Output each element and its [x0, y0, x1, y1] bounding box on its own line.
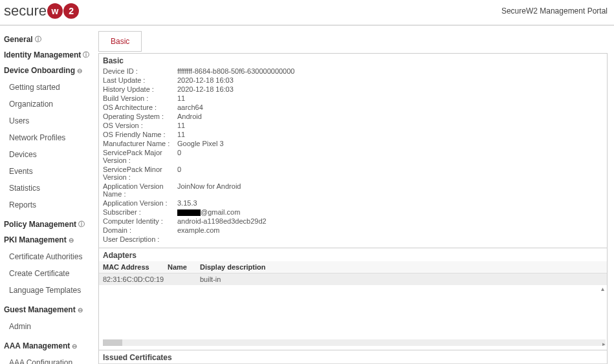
manu-value: Google Pixel 3 — [177, 140, 603, 147]
history-update-label: History Update : — [103, 85, 177, 93]
nav-aaa[interactable]: AAA Management⊖ — [4, 341, 93, 350]
nav-guest[interactable]: Guest Management⊖ — [4, 305, 93, 314]
osfriendly-label: OS Friendly Name : — [103, 131, 177, 138]
nav-guest-label: Guest Management — [4, 305, 76, 314]
info-icon: ⓘ — [83, 50, 89, 59]
last-update-value: 2020-12-18 16:03 — [177, 76, 603, 84]
logo: secure w 2 — [4, 3, 79, 19]
adapters-scroll-area: ▴ ▸ — [99, 285, 607, 347]
spmaj-value: 0 — [177, 149, 603, 164]
nav-aaa-config[interactable]: AAA Configuration — [4, 354, 93, 364]
compid-label: Computer Identity : — [103, 217, 177, 225]
arch-value: aarch64 — [177, 103, 603, 111]
nav-aaa-label: AAA Management — [4, 341, 70, 350]
logo-text: secure — [4, 3, 47, 19]
appver-label: Application Version : — [103, 199, 177, 207]
collapse-icon: ⊖ — [72, 343, 77, 350]
name-value — [168, 275, 200, 283]
nav-general-label: General — [4, 35, 33, 44]
adapters-row[interactable]: 82:31:6C:0D:C0:19 built-in — [99, 273, 607, 285]
nav-onboarding-label: Device Onboarding — [4, 66, 75, 75]
scroll-thumb[interactable] — [103, 339, 122, 346]
device-id-label: Device ID : — [103, 67, 177, 75]
collapse-icon: ⊖ — [77, 67, 82, 74]
sub-value: @gmail.com — [177, 208, 603, 216]
nav-devices[interactable]: Devices — [4, 146, 93, 163]
certs-title: Issued Certificates — [99, 350, 607, 363]
compid-value: android-a1198ed3decb29d2 — [177, 217, 603, 225]
horizontal-scrollbar[interactable] — [103, 339, 606, 346]
adapters-title: Adapters — [99, 248, 607, 261]
adapters-header: MAC Address Name Display description — [99, 261, 607, 273]
manu-label: Manufacturer Name : — [103, 140, 177, 147]
nav-general[interactable]: Generalⓘ — [4, 35, 93, 44]
nav-admin[interactable]: Admin — [4, 318, 93, 335]
nav-pki-label: PKI Management — [4, 235, 67, 244]
device-id-value: ffffffff-8684-b808-50f6-630000000000 — [177, 67, 603, 75]
adapters-table: MAC Address Name Display description 82:… — [99, 261, 607, 347]
osver-value: 11 — [177, 122, 603, 129]
col-name: Name — [168, 263, 200, 271]
basic-title: Basic — [99, 54, 607, 67]
nav-pki[interactable]: PKI Management⊖ — [4, 235, 93, 244]
udesc-label: User Description : — [103, 235, 177, 243]
logo-w-circle: w — [47, 3, 63, 19]
collapse-icon: ⊖ — [78, 306, 83, 314]
os-value: Android — [177, 112, 603, 120]
nav-cert-authorities[interactable]: Certificate Authorities — [4, 248, 93, 265]
domain-value: example.com — [177, 226, 603, 234]
nav-statistics[interactable]: Statistics — [4, 180, 93, 197]
build-label: Build Version : — [103, 94, 177, 102]
main: Basic Basic Device ID :ffffffff-8684-b80… — [97, 26, 614, 364]
logo-2-circle: 2 — [63, 3, 79, 19]
info-icon: ⓘ — [78, 220, 85, 229]
domain-label: Domain : — [103, 226, 177, 234]
collapse-icon: ⊖ — [69, 237, 74, 244]
build-value: 11 — [177, 94, 603, 102]
spmaj-label: ServicePack Major Version : — [103, 149, 177, 164]
basic-fields: Device ID :ffffffff-8684-b808-50f6-63000… — [99, 67, 607, 248]
redacted-icon — [177, 209, 201, 216]
scroll-up-icon[interactable]: ▴ — [601, 285, 604, 292]
appver-value: 3.15.3 — [177, 199, 603, 207]
portal-title: SecureW2 Management Portal — [501, 6, 608, 16]
header: secure w 2 SecureW2 Management Portal — [0, 0, 614, 26]
udesc-value — [177, 235, 603, 243]
info-icon: ⓘ — [35, 35, 41, 44]
col-mac: MAC Address — [103, 263, 168, 271]
appname-value: JoinNow for Android — [177, 182, 603, 198]
spmin-label: ServicePack Minor Version : — [103, 166, 177, 181]
tab-row: Basic — [98, 31, 608, 52]
nav-lang-templates[interactable]: Language Templates — [4, 282, 93, 299]
nav-identity-label: Identity Management — [4, 50, 81, 59]
sidebar: Generalⓘ Identity Managementⓘ Device Onb… — [0, 26, 97, 364]
sub-label: Subscriber : — [103, 208, 177, 216]
basic-panel: Basic Device ID :ffffffff-8684-b808-50f6… — [98, 53, 608, 364]
sub-suffix: @gmail.com — [201, 208, 240, 216]
nav-events[interactable]: Events — [4, 163, 93, 180]
nav-create-cert[interactable]: Create Certificate — [4, 265, 93, 282]
spmin-value: 0 — [177, 166, 603, 181]
nav-policy-label: Policy Management — [4, 220, 76, 229]
nav-identity[interactable]: Identity Managementⓘ — [4, 50, 93, 59]
nav-network-profiles[interactable]: Network Profiles — [4, 129, 93, 146]
col-disp: Display description — [200, 263, 603, 271]
scroll-right-icon[interactable]: ▸ — [600, 341, 607, 347]
nav-users[interactable]: Users — [4, 112, 93, 129]
osfriendly-value: 11 — [177, 131, 603, 138]
os-label: Operating System : — [103, 112, 177, 120]
disp-value: built-in — [200, 275, 603, 283]
history-update-value: 2020-12-18 16:03 — [177, 85, 603, 93]
tab-basic[interactable]: Basic — [98, 31, 142, 52]
nav-reports[interactable]: Reports — [4, 197, 93, 213]
arch-label: OS Architecture : — [103, 103, 177, 111]
osver-label: OS Version : — [103, 122, 177, 129]
appname-label: Application Version Name : — [103, 182, 177, 198]
nav-organization[interactable]: Organization — [4, 96, 93, 112]
nav-getting-started[interactable]: Getting started — [4, 79, 93, 96]
mac-value: 82:31:6C:0D:C0:19 — [103, 275, 168, 283]
nav-policy[interactable]: Policy Managementⓘ — [4, 220, 93, 229]
last-update-label: Last Update : — [103, 76, 177, 84]
nav-onboarding[interactable]: Device Onboarding⊖ — [4, 66, 93, 75]
